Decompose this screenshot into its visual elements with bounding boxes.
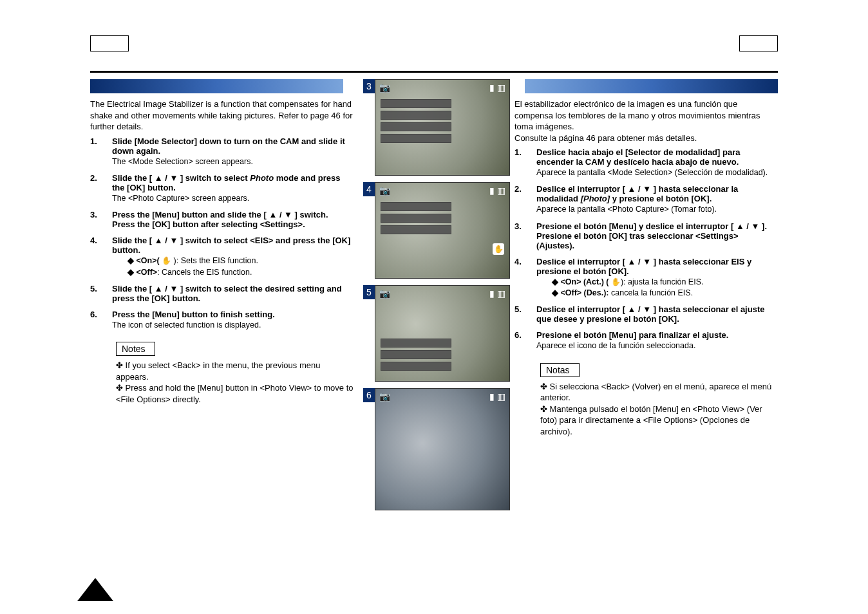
right-step-6-title: Presione el botón [Menu] para finalizar … xyxy=(536,330,728,340)
right-step-4-on-rest: ): ajusta la función EIS. xyxy=(621,277,704,286)
left-step-2: Slide the [ ▲ / ▼ ] switch to select Pho… xyxy=(90,173,354,203)
left-step-4-off-label: ◆ <Off> xyxy=(127,268,157,277)
right-steps-list: Deslice hacia abajo el [Selector de moda… xyxy=(514,147,778,351)
menu-row xyxy=(381,350,451,359)
panel-6: 📷 ▮ ▥ xyxy=(375,388,510,510)
menu-row xyxy=(381,339,451,348)
panel-5: 📷 ▮ ▥ xyxy=(375,285,510,382)
right-step-5: Deslice el interruptor [ ▲ / ▼ ] hasta s… xyxy=(514,304,778,324)
camera-icon: 📷 xyxy=(379,391,390,402)
panel-6-number: 6 xyxy=(363,388,375,402)
panel-4-menu xyxy=(381,202,451,234)
eis-hand-icon: ✋ xyxy=(611,277,621,288)
left-step-6-sub: The icon of selected function is display… xyxy=(112,320,354,330)
camera-icon: 📷 xyxy=(379,288,390,299)
left-step-4-off-rest: : Cancels the EIS function. xyxy=(157,268,252,277)
right-step-1: Deslice hacia abajo el [Selector de moda… xyxy=(514,147,778,178)
left-column: The Electrical Image Stabilizer is a fun… xyxy=(90,79,360,510)
right-step-4-off-label: ◆ <Off> (Des.): xyxy=(552,288,609,297)
right-banner xyxy=(525,79,778,93)
panel-5-wrap: 5 📷 ▮ ▥ xyxy=(375,285,505,382)
eis-hand-icon: ✋ xyxy=(493,243,504,255)
left-step-4-on-label: ◆ <On>( xyxy=(127,256,162,265)
left-step-3-title: Press the [Menu] button and slide the [ … xyxy=(112,210,328,229)
menu-row xyxy=(381,362,451,371)
left-banner xyxy=(90,79,343,93)
right-intro: El estabilizador electrónico de la image… xyxy=(514,98,778,144)
right-step-3: Presione el botón [Menu] y deslice el in… xyxy=(514,221,778,250)
left-step-1: Slide [Mode Selector] down to turn on th… xyxy=(90,136,354,167)
right-step-1-title: Deslice hacia abajo el [Selector de moda… xyxy=(536,147,740,167)
right-step-6: Presione el botón [Menu] para finalizar … xyxy=(514,330,778,351)
card-battery-icon: ▮ ▥ xyxy=(489,391,505,402)
menu-row xyxy=(381,134,451,143)
menu-row xyxy=(381,99,451,108)
camera-icon: 📷 xyxy=(379,185,390,196)
left-steps-list: Slide [Mode Selector] down to turn on th… xyxy=(90,136,354,331)
left-notes-body: ✤ If you select <Back> in the menu, the … xyxy=(116,360,354,405)
menu-row xyxy=(381,225,451,234)
left-step-3: Press the [Menu] button and slide the [ … xyxy=(90,210,354,229)
left-step-2-sub: The <Photo Capture> screen appears. xyxy=(112,193,354,203)
panel-4-number: 4 xyxy=(363,182,375,196)
right-step-4: Deslice el interruptor [ ▲ / ▼ ] hasta s… xyxy=(514,257,778,299)
right-step-4-on-label: ◆ <On> (Act.) ( xyxy=(552,277,611,286)
top-divider xyxy=(90,71,778,73)
card-battery-icon: ▮ ▥ xyxy=(489,82,505,93)
panel-3-menu xyxy=(381,99,451,143)
left-step-5: Slide the [ ▲ / ▼ ] switch to select the… xyxy=(90,284,354,303)
menu-row xyxy=(381,122,451,131)
panel-3: 📷 ▮ ▥ xyxy=(375,79,510,176)
left-step-2-em: Photo xyxy=(250,173,274,183)
right-step-2: Deslice el interruptor [ ▲ / ▼ ] hasta s… xyxy=(514,184,778,214)
menu-row xyxy=(381,202,451,211)
card-battery-icon: ▮ ▥ xyxy=(489,288,505,299)
panel-4-wrap: 4 📷 ▮ ▥ ✋ xyxy=(375,182,505,279)
panel-5-number: 5 xyxy=(363,285,375,299)
left-intro: The Electrical Image Stabilizer is a fun… xyxy=(90,98,354,133)
left-step-6-title: Press the [Menu] button to finish settin… xyxy=(112,310,275,319)
page-up-triangle-icon xyxy=(77,578,113,601)
right-step-3-title: Presione el botón [Menu] y deslice el in… xyxy=(536,221,767,250)
left-step-4: Slide the [ ▲ / ▼ ] switch to select <EI… xyxy=(90,236,354,277)
panel-6-wrap: 6 📷 ▮ ▥ xyxy=(375,388,505,510)
left-step-4-on-rest: ): Sets the EIS function. xyxy=(171,256,258,265)
right-column: El estabilizador electrónico de la image… xyxy=(508,79,778,510)
left-step-6: Press the [Menu] button to finish settin… xyxy=(90,310,354,330)
camera-icon: 📷 xyxy=(379,82,390,93)
right-notes-body: ✤ Si selecciona <Back> (Volver) en el me… xyxy=(540,381,778,438)
right-step-2-em: [Photo] xyxy=(581,194,610,203)
right-step-4-off-rest: cancela la función EIS. xyxy=(609,288,693,297)
eis-hand-icon: ✋ xyxy=(162,256,171,266)
right-step-1-sub: Aparece la pantalla <Mode Selection> (Se… xyxy=(536,167,778,178)
left-step-1-sub: The <Mode Selection> screen appears. xyxy=(112,156,354,167)
menu-row xyxy=(381,111,451,120)
panel-3-wrap: 3 📷 ▮ ▥ xyxy=(375,79,505,176)
right-step-2-sub: Aparece la pantalla <Photo Capture> (Tom… xyxy=(536,204,778,214)
left-step-2-pre: Slide the [ ▲ / ▼ ] switch to select xyxy=(112,173,250,183)
two-column-layout: The Electrical Image Stabilizer is a fun… xyxy=(90,79,778,510)
right-notes-label: Notas xyxy=(540,363,580,377)
center-image-strip: 3 📷 ▮ ▥ 4 📷 ▮ ▥ xyxy=(360,79,508,510)
left-step-1-title: Slide [Mode Selector] down to turn on th… xyxy=(112,136,345,156)
page-header-box-left xyxy=(90,35,129,51)
page-header-box-right xyxy=(739,35,778,51)
right-step-5-title: Deslice el interruptor [ ▲ / ▼ ] hasta s… xyxy=(536,304,764,324)
right-step-2-post: y presione el botón [OK]. xyxy=(610,194,712,203)
right-step-4-title: Deslice el interruptor [ ▲ / ▼ ] hasta s… xyxy=(536,257,751,276)
left-step-4-title: Slide the [ ▲ / ▼ ] switch to select <EI… xyxy=(112,236,350,255)
panel-3-number: 3 xyxy=(363,79,375,93)
card-battery-icon: ▮ ▥ xyxy=(489,185,505,196)
left-notes-label: Notes xyxy=(116,342,155,356)
panel-5-menu xyxy=(381,339,451,371)
menu-row xyxy=(381,214,451,223)
left-step-5-title: Slide the [ ▲ / ▼ ] switch to select the… xyxy=(112,284,342,303)
right-step-6-sub: Aparece el icono de la función seleccion… xyxy=(536,340,778,351)
panel-4: 📷 ▮ ▥ ✋ xyxy=(375,182,510,279)
